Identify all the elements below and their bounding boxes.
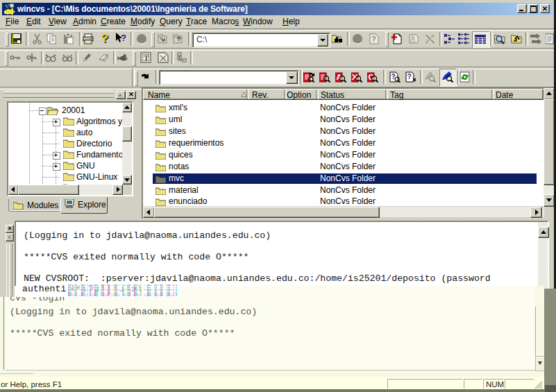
svg-text:01: 01 xyxy=(410,38,416,43)
svg-text:?: ? xyxy=(407,73,412,80)
svg-text:?: ? xyxy=(121,33,126,43)
svg-text:T: T xyxy=(144,53,149,62)
svg-text:?: ? xyxy=(371,35,376,43)
